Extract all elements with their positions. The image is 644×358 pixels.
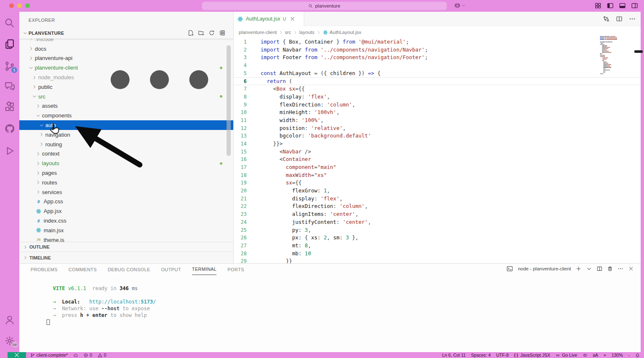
- status-language-mode[interactable]: { }JavaScript JSX: [514, 353, 550, 358]
- panel-tab-problems[interactable]: PROBLEMS: [31, 264, 57, 275]
- code-line-23[interactable]: 23alignItems: 'center',: [234, 210, 641, 218]
- tree-item-routing[interactable]: routing: [19, 140, 234, 149]
- activity-accounts-icon[interactable]: [4, 314, 15, 325]
- close-panel-icon[interactable]: [628, 266, 634, 272]
- tree-item-node-modules[interactable]: node_modules: [19, 73, 234, 82]
- minimap[interactable]: [600, 36, 620, 75]
- tab-authlayout[interactable]: AuthLayout.jsx U: [234, 12, 304, 26]
- code-editor[interactable]: 1import { Box, Container } from '@mui/ma…: [234, 37, 641, 263]
- tree-item-routes[interactable]: routes: [19, 178, 234, 187]
- split-editor-icon[interactable]: [616, 16, 623, 22]
- code-line-14[interactable]: 14 }}>: [234, 140, 641, 148]
- close-window-button[interactable]: [9, 3, 14, 8]
- toggle-secondary-sidebar-icon[interactable]: [631, 2, 638, 9]
- code-line-24[interactable]: 24justifyContent: 'center',: [234, 218, 641, 226]
- tree-item-app-css[interactable]: #App.css: [19, 197, 234, 207]
- code-line-3[interactable]: 3import Footer from '../components/navig…: [234, 54, 641, 62]
- tree-item-docs[interactable]: docs: [19, 44, 234, 54]
- status-zoom-font[interactable]: aA: [593, 353, 598, 358]
- code-line-7[interactable]: 7 <Box sx={{: [234, 85, 641, 93]
- code-line-5[interactable]: 5const AuthLayout = ({ children }) => {: [234, 70, 641, 78]
- status-errors[interactable]: 0: [83, 353, 92, 358]
- code-line-17[interactable]: 17component="main": [234, 163, 641, 171]
- code-line-25[interactable]: 25py: 3,: [234, 226, 641, 234]
- panel-tab-terminal[interactable]: TERMINAL: [192, 264, 217, 275]
- new-terminal-icon[interactable]: [576, 266, 581, 272]
- explorer-section-header[interactable]: PLANVENTURE: [19, 28, 234, 39]
- tree-item-context[interactable]: context: [19, 149, 234, 159]
- close-icon[interactable]: [289, 16, 295, 22]
- status-git-branch[interactable]: client-complete*: [30, 353, 68, 358]
- sidebar-scrollbar[interactable]: [227, 45, 231, 156]
- tree-item-planventure-client[interactable]: planventure-client: [19, 63, 234, 73]
- terminal-profiles-icon[interactable]: [586, 266, 592, 272]
- tree-item-auth[interactable]: auth: [19, 120, 234, 130]
- kill-terminal-icon[interactable]: [607, 266, 613, 272]
- code-line-9[interactable]: 9flexDirection: 'column',: [234, 101, 641, 109]
- tree-item-navigation[interactable]: navigation: [19, 130, 234, 140]
- activity-source-control-icon[interactable]: 1: [4, 61, 15, 72]
- command-center-search[interactable]: planventure: [202, 2, 447, 10]
- refresh-explorer-icon[interactable]: [209, 30, 215, 36]
- code-line-2[interactable]: 2import Navbar from '../components/navig…: [234, 46, 641, 54]
- code-line-29[interactable]: 29 }}: [234, 257, 641, 263]
- tree-item-app-jsx[interactable]: App.jsx: [19, 206, 234, 216]
- code-line-21[interactable]: 21display: 'flex',: [234, 195, 641, 203]
- editor-more-icon[interactable]: [629, 16, 636, 22]
- code-line-10[interactable]: 10minHeight: '100vh',: [234, 109, 641, 117]
- new-folder-icon[interactable]: [198, 30, 204, 36]
- code-line-4[interactable]: 4: [234, 62, 641, 70]
- minimize-window-button[interactable]: [17, 3, 22, 8]
- code-line-16[interactable]: 16 <Container: [234, 156, 641, 163]
- code-line-11[interactable]: 11width: '100%',: [234, 117, 641, 125]
- open-changes-icon[interactable]: [603, 16, 610, 22]
- status-publish-changes[interactable]: [73, 353, 78, 358]
- activity-github-icon[interactable]: [4, 123, 15, 134]
- remote-indicator[interactable]: [8, 352, 26, 358]
- code-line-19[interactable]: 19sx={{: [234, 179, 641, 187]
- split-terminal-icon[interactable]: [597, 266, 602, 272]
- code-line-20[interactable]: 20flexGrow: 1,: [234, 187, 641, 195]
- activity-chat-icon[interactable]: [4, 80, 15, 91]
- toggle-panel-icon[interactable]: [619, 2, 626, 9]
- code-line-8[interactable]: 8display: 'flex',: [234, 93, 641, 101]
- timeline-section[interactable]: TIMELINE: [19, 252, 234, 263]
- activity-search-icon[interactable]: [4, 18, 15, 29]
- status-indentation[interactable]: Spaces: 4: [471, 353, 491, 358]
- code-line-18[interactable]: 18maxWidth="xs": [234, 171, 641, 179]
- status-cursor-position[interactable]: Ln 6, Col 11: [442, 353, 466, 358]
- code-line-26[interactable]: 26px: { xs: 2, sm: 3 },: [234, 234, 641, 242]
- activity-explorer-icon[interactable]: [4, 39, 15, 49]
- breadcrumb-item[interactable]: layouts: [299, 30, 314, 35]
- status-zoom-in[interactable]: +: [604, 353, 606, 358]
- panel-tab-debug-console[interactable]: DEBUG CONSOLE: [108, 264, 150, 275]
- activity-settings-icon[interactable]: GF: [4, 335, 15, 346]
- tree-item-index-css[interactable]: #index.css: [19, 216, 234, 226]
- status-zoom-out[interactable]: -: [628, 353, 630, 358]
- zoom-window-button[interactable]: [25, 3, 30, 8]
- customize-layout-icon[interactable]: [594, 2, 602, 9]
- tree-item-main-jsx[interactable]: main.jsx: [19, 226, 234, 235]
- code-line-1[interactable]: 1import { Box, Container } from '@mui/ma…: [234, 38, 641, 46]
- terminal-title[interactable]: node - planventure-client: [518, 266, 571, 271]
- status-warnings[interactable]: 0: [98, 353, 107, 358]
- terminal-more-icon[interactable]: [618, 266, 623, 272]
- status-encoding[interactable]: UTF-8: [496, 353, 509, 358]
- tree-item-components[interactable]: components: [19, 111, 234, 120]
- tree-item-layouts[interactable]: layouts: [19, 158, 234, 168]
- collapse-folders-icon[interactable]: [219, 30, 225, 36]
- toggle-primary-sidebar-icon[interactable]: [607, 2, 614, 9]
- panel-tab-ports[interactable]: PORTS: [227, 264, 244, 275]
- breadcrumb[interactable]: planventure-clientsrclayoutsAuthLayout.j…: [239, 28, 361, 37]
- terminal-output[interactable]: VITE v6.1.1 ready in 346 ms→ Local: http…: [39, 275, 641, 352]
- panel-tab-comments[interactable]: COMMENTS: [68, 264, 96, 275]
- breadcrumb-item[interactable]: AuthLayout.jsx: [330, 30, 361, 35]
- tree-item-assets[interactable]: assets: [19, 101, 234, 111]
- code-line-6[interactable]: 6return (: [234, 77, 641, 85]
- code-line-15[interactable]: 15 <Navbar />: [234, 148, 641, 156]
- breadcrumb-item[interactable]: src: [285, 30, 291, 35]
- code-line-28[interactable]: 28mb: 10: [234, 250, 641, 258]
- status-zoom-level[interactable]: 130%: [612, 353, 623, 358]
- tree-item-public[interactable]: public: [19, 82, 234, 92]
- code-line-13[interactable]: 13bgcolor: 'background.default': [234, 132, 641, 140]
